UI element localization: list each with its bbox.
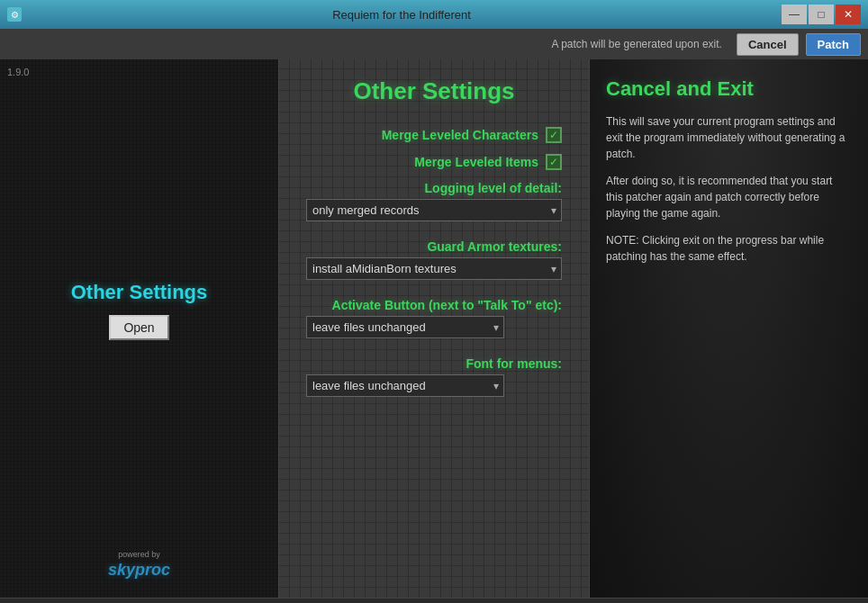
maximize-button[interactable]: □ bbox=[809, 4, 834, 24]
font-menus-select[interactable]: leave files unchangedinstallremove bbox=[306, 374, 504, 397]
powered-by-label: powered by bbox=[118, 550, 160, 559]
app-icon: ⚙ bbox=[7, 7, 22, 22]
center-title: Other Settings bbox=[306, 77, 562, 105]
guard-armor-select[interactable]: install aMidianBorn texturesleave files … bbox=[306, 257, 562, 280]
merge-leveled-characters-row: Merge Leveled Characters ✓ bbox=[306, 127, 562, 143]
font-menus-block: Font for menus: leave files unchangedins… bbox=[306, 356, 562, 397]
right-panel-title: Cancel and Exit bbox=[606, 77, 852, 101]
sidebar-content: Other Settings Open bbox=[11, 70, 267, 550]
cancel-button[interactable]: Cancel bbox=[737, 33, 799, 56]
right-panel: Cancel and Exit This will save your curr… bbox=[589, 59, 868, 598]
font-menus-select-wrapper: leave files unchangedinstallremove bbox=[306, 374, 504, 397]
activate-button-block: Activate Button (next to "Talk To" etc):… bbox=[306, 298, 562, 338]
window-controls: — □ ✕ bbox=[782, 4, 861, 24]
guard-armor-select-wrapper: install aMidianBorn texturesleave files … bbox=[306, 257, 562, 280]
font-menus-label: Font for menus: bbox=[306, 356, 562, 371]
logging-level-select[interactable]: only merged recordsall recordsdebugnone bbox=[306, 199, 562, 221]
patch-button[interactable]: Patch bbox=[806, 33, 861, 56]
merge-leveled-items-checkbox[interactable]: ✓ bbox=[546, 154, 562, 170]
merge-leveled-characters-checkbox[interactable]: ✓ bbox=[546, 127, 562, 143]
merge-leveled-characters-label: Merge Leveled Characters bbox=[382, 128, 538, 142]
title-bar: ⚙ Requiem for the Indifferent — □ ✕ bbox=[0, 0, 868, 29]
skyproc-name: skyproc bbox=[108, 561, 170, 580]
right-panel-para-3: NOTE: Clicking exit on the progress bar … bbox=[606, 232, 852, 265]
minimize-button[interactable]: — bbox=[782, 4, 807, 24]
action-hint: A patch will be generated upon exit. bbox=[7, 38, 729, 50]
activate-button-select-wrapper: leave files unchangedinstallremove bbox=[306, 316, 504, 338]
close-button[interactable]: ✕ bbox=[836, 4, 861, 24]
sidebar-section-label: Other Settings bbox=[71, 281, 208, 304]
merge-leveled-items-row: Merge Leveled Items ✓ bbox=[306, 154, 562, 170]
logging-level-select-wrapper: only merged recordsall recordsdebugnone bbox=[306, 199, 562, 221]
right-panel-para-2: After doing so, it is recommended that y… bbox=[606, 173, 852, 221]
left-panel: 1.9.0 Other Settings Open powered by sky… bbox=[0, 59, 279, 598]
logging-level-block: Logging level of detail: only merged rec… bbox=[306, 181, 562, 221]
main-layout: 1.9.0 Other Settings Open powered by sky… bbox=[0, 59, 868, 598]
center-panel: Other Settings Merge Leveled Characters … bbox=[279, 59, 589, 598]
status-bar: Started application bbox=[0, 598, 868, 603]
logging-level-label: Logging level of detail: bbox=[306, 181, 562, 195]
right-panel-para-1: This will save your current program sett… bbox=[606, 113, 852, 162]
merge-leveled-items-label: Merge Leveled Items bbox=[414, 155, 538, 169]
skyproc-logo: powered by skyproc bbox=[108, 550, 170, 580]
activate-button-label: Activate Button (next to "Talk To" etc): bbox=[306, 298, 562, 312]
window-title: Requiem for the Indifferent bbox=[22, 8, 782, 22]
guard-armor-label: Guard Armor textures: bbox=[306, 239, 562, 254]
guard-armor-block: Guard Armor textures: install aMidianBor… bbox=[306, 239, 562, 280]
open-button[interactable]: Open bbox=[109, 315, 168, 340]
activate-button-select[interactable]: leave files unchangedinstallremove bbox=[306, 316, 504, 338]
version-label: 1.9.0 bbox=[7, 67, 29, 77]
action-bar: A patch will be generated upon exit. Can… bbox=[0, 29, 868, 59]
